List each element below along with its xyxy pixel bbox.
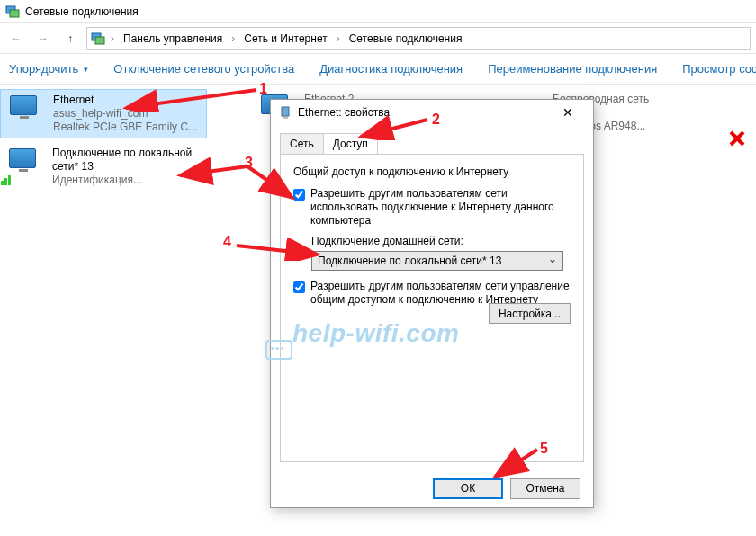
network-icon <box>5 4 20 19</box>
up-button[interactable]: ↑ <box>59 28 81 49</box>
view-state-button[interactable]: Просмотр состоя <box>682 62 756 76</box>
close-button[interactable]: ✕ <box>550 102 586 123</box>
connection-item-ethernet[interactable]: Ethernet asus_help-wifi_com Realtek PCIe… <box>0 89 207 138</box>
annotation-1: 1 <box>259 81 267 97</box>
svg-rect-3 <box>95 37 104 44</box>
window-title: Сетевые подключения <box>25 5 139 18</box>
allow-sharing-row: Разрешить другим пользователям сети испо… <box>293 187 571 228</box>
connection-name: Подключение по локальной сети* 13 <box>52 147 203 174</box>
chevron-right-icon: › <box>109 32 116 45</box>
annotation-2: 2 <box>432 112 440 128</box>
diagnose-button[interactable]: Диагностика подключения <box>320 62 463 76</box>
connection-name: Ethernet <box>53 94 197 107</box>
home-connection-value: Подключение по локальной сети* 13 <box>318 255 501 267</box>
ok-button[interactable]: ОК <box>433 478 503 499</box>
allow-sharing-checkbox[interactable] <box>293 189 305 201</box>
home-connection-block: Подключение домашней сети: Подключение п… <box>311 235 571 271</box>
adapter-icon <box>4 147 43 183</box>
forward-button[interactable]: → <box>32 28 54 49</box>
dialog-footer: ОК Отмена <box>271 469 593 507</box>
organize-button[interactable]: Упорядочить <box>9 62 88 76</box>
adapter-icon <box>4 94 44 130</box>
allow-control-checkbox[interactable] <box>293 281 305 293</box>
group-title: Общий доступ к подключению к Интернету <box>293 165 571 178</box>
connection-item-local[interactable]: Подключение по локальной сети* 13 Иденти… <box>0 143 207 191</box>
ethernet-icon <box>278 105 292 120</box>
breadcrumb-item[interactable]: Сетевые подключения <box>346 31 466 47</box>
breadcrumb-item[interactable]: Панель управления <box>120 31 226 47</box>
annotation-4: 4 <box>223 234 231 250</box>
dialog-title: Ethernet: свойства <box>298 106 390 119</box>
nav-row: ← → ↑ › Панель управления › Сеть и Интер… <box>0 23 756 54</box>
allow-sharing-label: Разрешить другим пользователям сети испо… <box>310 187 571 228</box>
settings-button[interactable]: Настройка... <box>489 303 571 324</box>
svg-rect-4 <box>1 181 4 185</box>
cancel-button[interactable]: Отмена <box>510 478 580 499</box>
annotation-5: 5 <box>540 441 548 457</box>
svg-rect-6 <box>8 175 11 185</box>
chevron-right-icon: › <box>230 32 237 45</box>
toolbar: Упорядочить Отключение сетевого устройст… <box>0 54 756 85</box>
connection-device: Realtek PCIe GBE Family C... <box>53 121 197 134</box>
dialog-body: Сеть Доступ Общий доступ к подключению к… <box>271 125 593 469</box>
svg-rect-5 <box>4 178 7 185</box>
explorer-titlebar: Сетевые подключения <box>0 0 756 23</box>
back-button[interactable]: ← <box>5 28 27 49</box>
disable-device-button[interactable]: Отключение сетевого устройства <box>113 62 294 76</box>
svg-rect-9 <box>282 107 289 116</box>
breadcrumb[interactable]: › Панель управления › Сеть и Интернет › … <box>86 27 751 50</box>
network-icon <box>91 31 105 46</box>
annotation-3: 3 <box>245 155 253 171</box>
chevron-right-icon: › <box>335 32 342 45</box>
signal-icon <box>0 172 14 186</box>
connection-status: Идентификация... <box>52 174 203 187</box>
svg-rect-1 <box>10 10 19 17</box>
tabs: Сеть Доступ <box>280 133 584 155</box>
breadcrumb-item[interactable]: Сеть и Интернет <box>240 31 330 47</box>
tab-sharing[interactable]: Доступ <box>323 133 378 154</box>
rename-button[interactable]: Переименование подключения <box>488 62 657 76</box>
tab-network[interactable]: Сеть <box>280 133 324 154</box>
disabled-x-icon <box>729 130 745 147</box>
connection-network: asus_help-wifi_com <box>53 107 197 121</box>
home-connection-combo[interactable]: Подключение по локальной сети* 13 <box>311 251 563 271</box>
home-connection-label: Подключение домашней сети: <box>311 235 571 247</box>
tab-sharing-pane: Общий доступ к подключению к Интернету Р… <box>280 154 584 462</box>
